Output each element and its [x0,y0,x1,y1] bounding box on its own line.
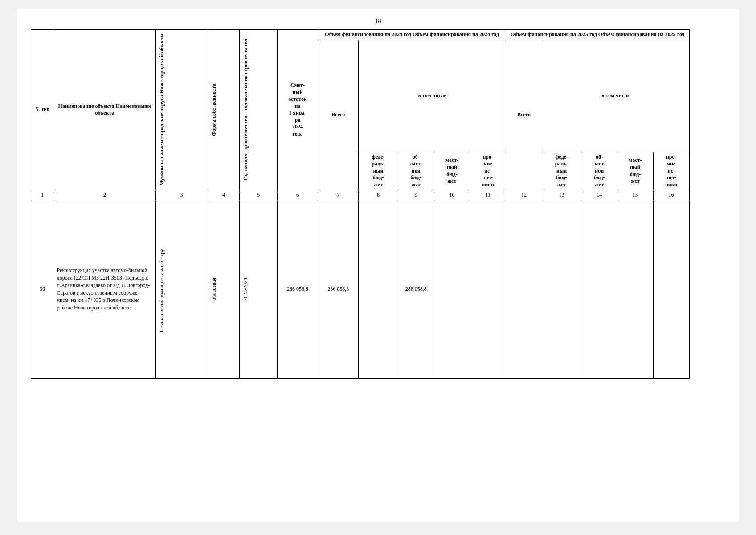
th-smet: Смет-ныйостатокна1 янва-ря2024года [277,30,318,190]
th-num: № п/п [31,30,54,190]
th-pro24: про-чиеис-точ-ники [470,152,506,190]
th-section-2025: Объём финансирования на 2025 год Объём ф… [506,30,690,40]
cn-14: 14 [581,190,617,200]
th-obl25: об-ласт-нойбюд-жет [581,152,617,190]
cell-mun: Починковский муниципальный округ [155,200,208,379]
cell-vsego25 [506,200,542,379]
th-forma-text: Форма собственности [210,81,219,139]
cn-11: 11 [470,190,506,200]
th-fed25: феде-раль-ныйбюд-жет [542,152,581,190]
cn-10: 10 [434,190,470,200]
cell-god: 2023-2024 [240,200,278,379]
table-wrap: № п/п Наименование объекта Наименование … [31,29,726,379]
table-row: 39 Реконструкция участка автомо-бильной … [31,200,725,379]
cell-mest25 [617,200,654,379]
cell-vsego24: 286 058,8 [318,200,359,379]
page-number: 18 [31,18,726,25]
cell-fed24 [359,200,398,379]
cell-pro24 [470,200,506,379]
cell-fed25 [542,200,581,379]
col-numbers-row: 1 2 3 4 5 6 7 8 9 10 11 12 13 14 15 16 [31,190,725,200]
th-obl24: об-ласт-нойбюд-жет [398,152,434,190]
cn-2: 2 [54,190,155,200]
cn-9: 9 [398,190,434,200]
th-god-text: Год начала строитель-ства – год окончани… [241,36,250,183]
th-name: Наименование объекта Наименование объект… [54,30,155,190]
cn-3: 3 [155,190,208,200]
header-row-1: № п/п Наименование объекта Наименование … [31,30,725,40]
cn-5: 5 [240,190,278,200]
th-mest25: мест-ныйбюд-жет [617,152,654,190]
th-section-2024: Объём финансирования на 2024 год Объём ф… [318,30,506,40]
cn-8: 8 [359,190,398,200]
th-pro25: про-чиеис-точ-ники [653,152,689,190]
th-mun: Муниципальные и го-родские округа Ниже-г… [155,30,208,190]
th-mun-text: Муниципальные и го-родские округа Ниже-г… [158,31,167,189]
th-vtomchisle-2024: в том числе [359,40,506,152]
cell-num: 39 [31,200,54,379]
page: 18 [17,9,739,522]
main-table: № п/п Наименование объекта Наименование … [31,29,726,379]
cn-16: 16 [653,190,689,200]
th-vsego-2025: Всего [506,40,542,190]
cn-7: 7 [318,190,359,200]
cn-13: 13 [542,190,581,200]
cell-forma: областная [208,200,240,379]
cell-smet: 286 058,8 [277,200,318,379]
cell-obl24: 286 058,8 [398,200,434,379]
th-vtomchisle-2025: в том числе [542,40,689,152]
th-forma: Форма собственности [208,30,240,190]
cell-name: Реконструкция участка автомо-бильной дор… [54,200,155,379]
cell-pro25 [653,200,689,379]
cn-15: 15 [617,190,654,200]
cn-12: 12 [506,190,542,200]
th-god: Год начала строитель-ства – год окончани… [240,30,278,190]
cn-4: 4 [208,190,240,200]
th-mest24: мест-ныйбюд-жет [434,152,470,190]
th-vsego-2024: Всего [318,40,359,190]
cn-6: 6 [277,190,318,200]
cn-1: 1 [31,190,54,200]
cell-obl25 [581,200,617,379]
cell-mest24 [434,200,470,379]
th-fed24: феде-раль-ныйбюд-жет [359,152,398,190]
